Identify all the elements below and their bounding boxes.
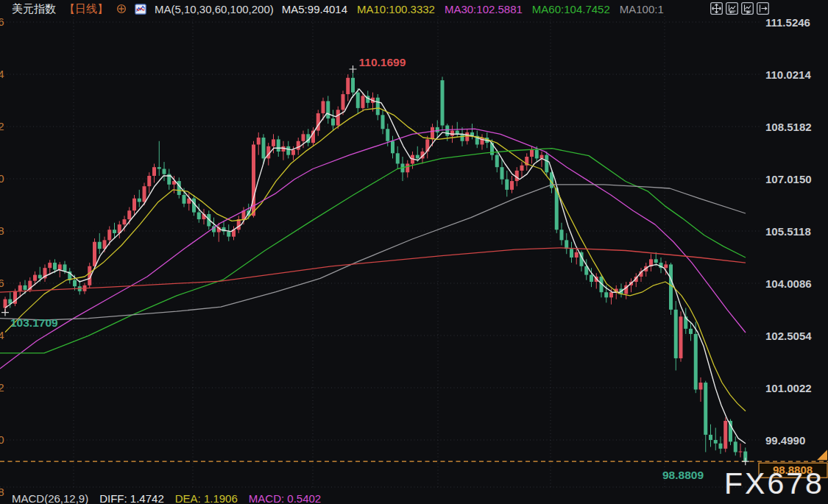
- candle: [277, 139, 280, 152]
- candle: [227, 232, 230, 237]
- candle: [286, 146, 290, 155]
- macd-params-label: MACD(26,12,9): [12, 492, 88, 504]
- candle: [450, 131, 454, 136]
- candle: [719, 444, 723, 449]
- symbol-title: 美元指数: [12, 2, 56, 16]
- candle: [664, 264, 668, 268]
- candle: [445, 125, 449, 135]
- pan-left-icon[interactable]: [726, 2, 738, 15]
- candles: [4, 69, 748, 461]
- candle: [152, 167, 156, 176]
- left-price-axis: 111.5246110.0214108.5182107.0150105.5118…: [0, 15, 4, 498]
- candle: [113, 230, 116, 233]
- go-latest-icon[interactable]: [757, 2, 769, 15]
- candle: [132, 199, 136, 211]
- candle: [699, 383, 703, 389]
- pan-right-icon[interactable]: [741, 2, 754, 15]
- candle: [723, 421, 727, 449]
- svg-text:107.0150: 107.0150: [765, 173, 812, 185]
- candle: [297, 141, 300, 150]
- macd-indicator-row: MACD(26,12,9) DIFF: 1.4742 DEA: 1.1906 M…: [12, 492, 321, 504]
- ma-value-label: MA60:104.7452: [532, 3, 610, 15]
- svg-text:111.5246: 111.5246: [765, 16, 810, 29]
- svg-text:97.9958: 97.9958: [0, 486, 4, 498]
- candle: [530, 150, 534, 157]
- ma-line-ma10: [5, 108, 746, 411]
- candle: [456, 131, 459, 135]
- candle: [53, 263, 57, 269]
- candle: [361, 96, 365, 108]
- candle: [24, 285, 27, 290]
- ma-value-label: MA30:102.5881: [445, 3, 523, 15]
- candle: [163, 169, 166, 174]
- ma-value-label: MA100:1: [620, 3, 664, 15]
- low-end-annotation: 98.8809: [662, 469, 704, 481]
- move-icon[interactable]: [710, 2, 723, 15]
- svg-text:107.0150: 107.0150: [0, 172, 4, 185]
- candle: [326, 101, 330, 118]
- svg-text:102.5054: 102.5054: [0, 329, 4, 341]
- candle: [654, 259, 658, 263]
- high-annotation: 110.1699: [359, 56, 406, 68]
- svg-text:105.5118: 105.5118: [765, 225, 811, 238]
- candle: [714, 440, 718, 444]
- mini-chart-icon[interactable]: [135, 4, 146, 15]
- svg-text:102.5054: 102.5054: [765, 330, 812, 342]
- candle: [58, 264, 62, 269]
- add-indicator-icon[interactable]: [116, 4, 127, 14]
- extreme-cross-marker: [1, 309, 9, 316]
- svg-text:104.0086: 104.0086: [0, 277, 4, 289]
- candle: [739, 452, 743, 452]
- candle: [461, 134, 464, 141]
- price-axis[interactable]: 111.5246110.0214108.5182107.0150105.5118…: [765, 16, 812, 447]
- low-start-annotation: 103.1709: [10, 316, 58, 329]
- candle: [540, 155, 544, 159]
- svg-text:101.0022: 101.0022: [0, 381, 4, 394]
- ma-line-ma30: [0, 129, 746, 369]
- candle: [177, 181, 181, 195]
- candle: [147, 176, 151, 186]
- candle: [336, 110, 340, 125]
- candle: [123, 219, 127, 224]
- candle: [590, 275, 593, 282]
- candle: [38, 275, 42, 279]
- candle: [575, 252, 578, 258]
- candle: [257, 138, 261, 144]
- macd-dea-value: DEA: 1.1906: [175, 492, 238, 504]
- candle: [560, 230, 564, 240]
- candle: [48, 263, 52, 268]
- candle: [138, 199, 141, 202]
- candle: [391, 141, 394, 154]
- period-label[interactable]: 【日线】: [64, 2, 108, 16]
- candle: [431, 127, 434, 140]
- candle: [679, 316, 683, 358]
- svg-text:99.4990: 99.4990: [0, 433, 4, 446]
- candle: [381, 115, 385, 129]
- candle: [570, 249, 573, 258]
- candle: [98, 242, 102, 249]
- candle: [386, 129, 389, 141]
- candle: [342, 94, 345, 110]
- svg-text:108.5182: 108.5182: [0, 120, 4, 132]
- candle: [604, 292, 608, 297]
- candle: [545, 155, 548, 173]
- candle: [302, 134, 305, 141]
- candle: [416, 155, 420, 159]
- extreme-cross-marker: [742, 458, 749, 465]
- candlestick-chart[interactable]: 111.5246110.0214108.5182107.0150105.5118…: [0, 0, 828, 504]
- svg-text:108.5182: 108.5182: [765, 121, 812, 133]
- ma-params-label: MA(5,10,30,60,100,200): [155, 3, 274, 15]
- svg-text:105.5118: 105.5118: [0, 224, 4, 237]
- candle: [346, 78, 350, 94]
- candle: [565, 240, 568, 249]
- candle: [73, 280, 77, 287]
- svg-text:110.0214: 110.0214: [765, 68, 811, 81]
- macd-macd-value: MACD: 0.5402: [249, 492, 321, 504]
- candle: [262, 138, 266, 158]
- candle: [535, 150, 539, 159]
- chart-toolbar: [710, 2, 769, 15]
- candle: [694, 334, 698, 390]
- candle: [183, 195, 186, 204]
- ma-value-label: MA5:99.4014: [282, 3, 347, 15]
- candle: [505, 180, 509, 190]
